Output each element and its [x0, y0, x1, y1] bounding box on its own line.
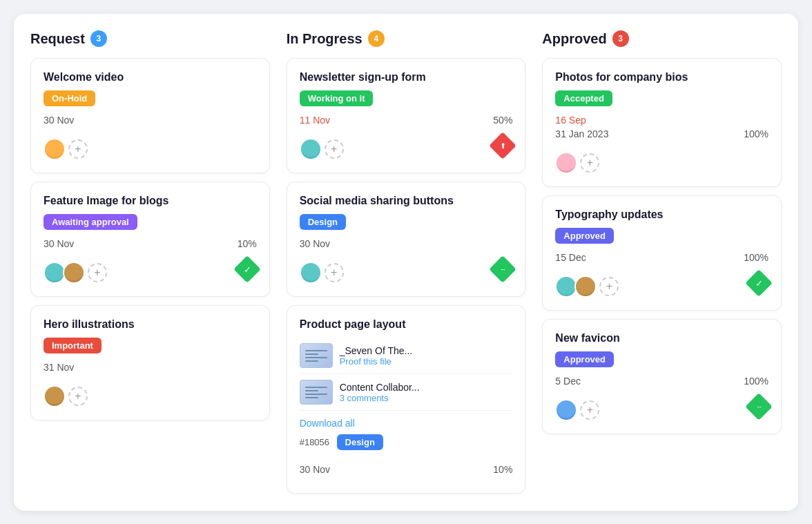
card-title: Hero illustrations — [44, 318, 257, 331]
card-footer: + — [44, 255, 257, 284]
avatar — [44, 138, 66, 160]
add-avatar-button[interactable]: + — [68, 387, 88, 406]
card-progress: 10% — [238, 238, 257, 249]
status-icon-red — [490, 132, 517, 159]
card-id: #18056 — [300, 437, 329, 447]
card-tag2: Design — [337, 434, 383, 450]
card-date: 30 Nov — [300, 238, 330, 249]
file-item: _Seven Of The... Proof this file — [300, 338, 513, 374]
column-title: Request — [30, 31, 85, 47]
card-date: 11 Nov — [300, 115, 330, 126]
column-header: Request 3 — [30, 30, 270, 47]
card-card-social-media: Social media sharing buttonsDesign 30 No… — [287, 182, 526, 297]
file-thumbnail — [300, 343, 333, 368]
card-title: Product page layout — [300, 318, 513, 331]
column-header: Approved 3 — [542, 30, 782, 47]
card-footer: + — [44, 131, 257, 160]
add-avatar-button[interactable]: + — [88, 263, 107, 282]
card-tag: Accepted — [555, 90, 612, 106]
add-avatar-button[interactable]: + — [325, 263, 344, 282]
file-thumbnail — [300, 380, 333, 405]
avatar-group: + — [44, 385, 88, 407]
card-card-favicon: New faviconApproved 5 Dec 100% + — [542, 319, 782, 434]
column-title: In Progress — [287, 31, 362, 47]
status-icon-green — [745, 269, 773, 297]
card-date: 5 Dec — [555, 376, 581, 387]
card-title: Social media sharing buttons — [300, 195, 513, 207]
card-date: 15 Dec — [555, 252, 586, 263]
add-avatar-button[interactable]: + — [599, 277, 619, 296]
card-date: 30 Nov — [44, 115, 74, 126]
card-footer: + — [44, 378, 257, 407]
card-tag: On-Hold — [44, 90, 95, 106]
card-title: Feature Image for blogs — [44, 195, 257, 207]
card-footer: + — [555, 392, 768, 421]
avatar-group: + — [300, 138, 344, 160]
card-title: Photos for company bios — [555, 71, 768, 84]
card-date-highlight: 16 Sep — [555, 115, 768, 126]
card-card-newsletter: Newsletter sign-up formWorking on it 11 … — [287, 58, 526, 173]
card-date: 30 Nov — [44, 238, 74, 249]
avatar — [44, 385, 66, 407]
card-tag: Important — [44, 338, 102, 353]
avatar — [300, 138, 322, 160]
file-name: _Seven Of The... — [340, 345, 413, 356]
add-avatar-button[interactable]: + — [325, 139, 344, 159]
card-date: 30 Nov — [300, 464, 330, 475]
column-badge: 4 — [368, 30, 385, 47]
card-title: Typography updates — [555, 208, 768, 221]
avatar — [574, 275, 597, 298]
column-header: In Progress 4 — [287, 30, 526, 47]
card-tag: Approved — [555, 228, 614, 244]
avatar-group: + — [555, 275, 619, 298]
avatar-group: + — [555, 152, 599, 174]
file-name: Content Collabor... — [340, 382, 420, 393]
column-badge: 3 — [90, 30, 107, 47]
card-title: New favicon — [555, 332, 768, 345]
avatar — [63, 262, 85, 284]
card-footer: + — [300, 131, 513, 160]
cards-container: Newsletter sign-up formWorking on it 11 … — [287, 58, 526, 494]
file-action[interactable]: 3 comments — [340, 393, 420, 403]
cards-container: Welcome videoOn-Hold 30 Nov +Feature Ima… — [30, 58, 270, 420]
card-tag: Working on it — [300, 90, 374, 106]
card-date: 31 Nov — [44, 362, 74, 373]
card-tag: Awaiting approval — [44, 214, 137, 230]
add-avatar-button[interactable]: + — [68, 139, 88, 159]
avatar-group: + — [44, 138, 88, 160]
card-card-welcome-video: Welcome videoOn-Hold 30 Nov + — [30, 58, 270, 173]
avatar-group: + — [555, 399, 599, 421]
column-title: Approved — [542, 31, 606, 47]
column-in-progress: In Progress 4 Newsletter sign-up formWor… — [287, 30, 526, 494]
add-avatar-button[interactable]: + — [580, 400, 599, 420]
card-card-hero-illustrations: Hero illustrationsImportant 31 Nov + — [30, 305, 270, 420]
download-all-link[interactable]: Download all — [300, 418, 355, 429]
card-progress: 10% — [493, 464, 512, 475]
avatar — [555, 152, 577, 174]
card-card-photos-bios: Photos for company biosAccepted 16 Sep 3… — [542, 58, 782, 187]
add-avatar-button[interactable]: + — [580, 153, 599, 173]
card-footer: + — [555, 145, 768, 174]
status-icon-green — [233, 255, 261, 283]
file-item: Content Collabor... 3 comments — [300, 374, 513, 411]
card-progress: 50% — [493, 115, 512, 126]
card-title: Newsletter sign-up form — [300, 71, 513, 84]
card-card-product-page: Product page layout _Seven Of The... Pro… — [287, 305, 526, 494]
card-tag: Design — [300, 214, 346, 230]
column-request: Request 3 Welcome videoOn-Hold 30 Nov +F… — [30, 30, 270, 494]
card-title: Welcome video — [44, 71, 257, 84]
card-progress: 100% — [744, 128, 768, 139]
card-progress: 100% — [744, 252, 768, 263]
avatar — [300, 262, 322, 284]
card-tag: Approved — [555, 351, 614, 367]
column-approved: Approved 3 Photos for company biosAccept… — [542, 30, 782, 494]
avatar-group: + — [44, 262, 107, 284]
kanban-board: Request 3 Welcome videoOn-Hold 30 Nov +F… — [14, 14, 798, 511]
card-date: 31 Jan 2023 — [555, 128, 608, 139]
cards-container: Photos for company biosAccepted 16 Sep 3… — [542, 58, 782, 434]
file-action[interactable]: Proof this file — [340, 356, 413, 367]
avatar — [555, 399, 577, 421]
card-footer: + — [555, 269, 768, 298]
card-footer: + — [300, 255, 513, 284]
card-progress: 100% — [744, 376, 768, 387]
